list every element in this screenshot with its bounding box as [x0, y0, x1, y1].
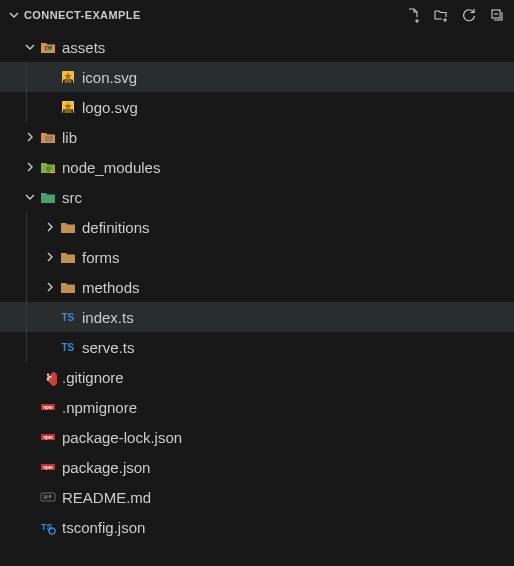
chevron-down-icon[interactable]: [22, 191, 38, 203]
svg-text:JS: JS: [51, 169, 55, 173]
folder-row[interactable]: src: [0, 182, 514, 212]
svg-text:SVG: SVG: [64, 110, 72, 114]
chevron-down-icon[interactable]: [22, 41, 38, 53]
svg-text:npm: npm: [43, 405, 53, 410]
file-row[interactable]: .gitignore: [0, 362, 514, 392]
svg-text:npm: npm: [43, 435, 53, 440]
folder-label: forms: [82, 249, 120, 266]
chevron-right-icon[interactable]: [42, 221, 58, 233]
chevron-down-icon[interactable]: [6, 9, 22, 21]
file-row[interactable]: TStsconfig.json: [0, 512, 514, 542]
folder-label: assets: [62, 39, 105, 56]
svg-rect-9: [46, 136, 48, 142]
file-label: serve.ts: [82, 339, 135, 356]
file-row[interactable]: TSindex.ts: [0, 302, 514, 332]
ts-file-icon: TS: [58, 337, 78, 357]
svg-file-icon: SVG: [58, 67, 78, 87]
svg-rect-10: [48, 136, 50, 142]
folder-label: node_modules: [62, 159, 160, 176]
tsconf-file-icon: TS: [38, 517, 58, 537]
npm-file-icon: npm: [38, 397, 58, 417]
new-folder-icon[interactable]: [432, 6, 450, 24]
chevron-right-icon[interactable]: [22, 131, 38, 143]
node-folder-icon: JS: [38, 157, 58, 177]
file-label: .gitignore: [62, 369, 124, 386]
explorer-header: CONNECT-EXAMPLE: [0, 0, 514, 30]
collapse-all-icon[interactable]: [488, 6, 506, 24]
svg-point-2: [46, 47, 48, 49]
file-label: logo.svg: [82, 99, 138, 116]
file-row[interactable]: TSserve.ts: [0, 332, 514, 362]
ts-file-icon: TS: [58, 307, 78, 327]
file-row[interactable]: npm.npmignore: [0, 392, 514, 422]
folder-label: lib: [62, 129, 77, 146]
file-label: package.json: [62, 459, 150, 476]
folder-label: methods: [82, 279, 140, 296]
folder-row[interactable]: definitions: [0, 212, 514, 242]
src-folder-icon: [38, 187, 58, 207]
svg-text:TS: TS: [41, 522, 53, 532]
folder-row[interactable]: lib: [0, 122, 514, 152]
svg-text:SVG: SVG: [64, 80, 72, 84]
file-label: tsconfig.json: [62, 519, 145, 536]
folder-row[interactable]: assets: [0, 32, 514, 62]
folder-label: definitions: [82, 219, 150, 236]
folder-row[interactable]: forms: [0, 242, 514, 272]
header-actions: [404, 6, 506, 24]
folder-label: src: [62, 189, 82, 206]
file-label: README.md: [62, 489, 151, 506]
npm-file-icon: npm: [38, 457, 58, 477]
file-explorer: { "header": { "title": "CONNECT-EXAMPLE"…: [0, 0, 514, 566]
assets-folder-icon: [38, 37, 58, 57]
file-row[interactable]: npmpackage.json: [0, 452, 514, 482]
file-label: package-lock.json: [62, 429, 182, 446]
svg-text:M: M: [43, 494, 47, 500]
npm-file-icon: npm: [38, 427, 58, 447]
md-file-icon: M: [38, 487, 58, 507]
generic-folder-icon: [58, 247, 78, 267]
svg-text:TS: TS: [62, 342, 75, 353]
git-file-icon: [38, 367, 58, 387]
folder-row[interactable]: methods: [0, 272, 514, 302]
generic-folder-icon: [58, 217, 78, 237]
svg-file-icon: SVG: [58, 97, 78, 117]
file-label: icon.svg: [82, 69, 137, 86]
folder-row[interactable]: JSnode_modules: [0, 152, 514, 182]
generic-folder-icon: [58, 277, 78, 297]
chevron-right-icon[interactable]: [42, 251, 58, 263]
project-title: CONNECT-EXAMPLE: [24, 9, 404, 21]
new-file-icon[interactable]: [404, 6, 422, 24]
file-tree: assetsSVGicon.svgSVGlogo.svglibJSnode_mo…: [0, 30, 514, 542]
refresh-icon[interactable]: [460, 6, 478, 24]
chevron-right-icon[interactable]: [42, 281, 58, 293]
file-row[interactable]: SVGicon.svg: [0, 62, 514, 92]
svg-rect-11: [51, 136, 53, 142]
svg-text:TS: TS: [62, 312, 75, 323]
file-label: .npmignore: [62, 399, 137, 416]
file-label: index.ts: [82, 309, 134, 326]
file-row[interactable]: MREADME.md: [0, 482, 514, 512]
file-row[interactable]: npmpackage-lock.json: [0, 422, 514, 452]
svg-text:npm: npm: [43, 465, 53, 470]
file-row[interactable]: SVGlogo.svg: [0, 92, 514, 122]
lib-folder-icon: [38, 127, 58, 147]
chevron-right-icon[interactable]: [22, 161, 38, 173]
